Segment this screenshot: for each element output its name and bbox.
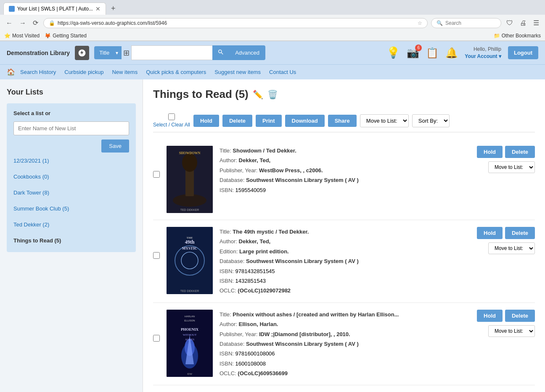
sidebar-list-item-4[interactable]: Summer Book Club (5) bbox=[13, 204, 129, 213]
sidebar-section: Select a list or Save 12/23/2021 (1) Coo… bbox=[7, 103, 136, 252]
search-input-wrapper: Advanced bbox=[131, 45, 265, 60]
reload-button[interactable]: ⟳ bbox=[31, 17, 40, 29]
book-3-action-buttons: Hold Delete bbox=[477, 310, 535, 322]
book-2-oclc-value: (OCoLC)1029072982 bbox=[238, 287, 291, 294]
camera-icon-button[interactable]: 📷 6 bbox=[407, 47, 419, 59]
print-button[interactable]: Print bbox=[256, 115, 282, 127]
edit-title-icon[interactable]: ✏️ bbox=[253, 89, 263, 100]
delete-all-button[interactable]: Delete bbox=[222, 115, 252, 127]
nav-new-items[interactable]: New items bbox=[108, 67, 141, 77]
book-2-delete-button[interactable]: Delete bbox=[505, 227, 535, 239]
select-clear-all[interactable]: Select / Clear All bbox=[153, 113, 190, 128]
sidebar-list-item-6[interactable]: Things to Read (5) bbox=[13, 236, 129, 245]
sidebar-list-item-1[interactable]: 12/23/2021 (1) bbox=[13, 156, 129, 166]
sidebar-lists: 12/23/2021 (1) Cookbooks (0) Dark Tower … bbox=[13, 153, 129, 245]
svg-text:WITHOUT: WITHOUT bbox=[183, 333, 197, 337]
most-visited-bookmark[interactable]: ⭐ Most Visited bbox=[4, 33, 40, 39]
book-2-action-buttons: Hold Delete bbox=[477, 227, 535, 239]
tab-close-button[interactable]: ✕ bbox=[95, 5, 101, 12]
move-to-list-select[interactable]: Move to List: bbox=[360, 114, 409, 127]
book-3-hold-button[interactable]: Hold bbox=[477, 310, 503, 322]
user-account-section[interactable]: Hello, Phillip Your Account ▾ bbox=[465, 46, 501, 60]
new-tab-button[interactable]: + bbox=[108, 3, 119, 15]
logout-button[interactable]: Logout bbox=[508, 46, 538, 59]
database-stack-icon[interactable]: ⊞ bbox=[123, 48, 130, 58]
list-icon-button[interactable]: 📋 bbox=[426, 47, 439, 59]
url-input[interactable] bbox=[58, 20, 415, 26]
nav-contact-us[interactable]: Contact Us bbox=[266, 67, 299, 77]
delete-title-icon[interactable]: 🗑️ bbox=[267, 89, 278, 100]
lightbulb-icon-button[interactable]: 💡 bbox=[386, 46, 400, 59]
download-button[interactable]: Download bbox=[285, 115, 325, 127]
book-1-isbn: ISBN: 1595540059 bbox=[220, 185, 470, 195]
book-1-hold-button[interactable]: Hold bbox=[477, 146, 503, 158]
book-3-isbn1: ISBN: 9781600108006 bbox=[220, 349, 470, 358]
book-1-checkbox[interactable] bbox=[153, 171, 160, 178]
book-2-isbn2-value: 1432851543 bbox=[235, 278, 266, 284]
sidebar-list-item-2[interactable]: Cookbooks (0) bbox=[13, 172, 129, 182]
book-1-move-select[interactable]: Move to List: bbox=[488, 161, 535, 173]
book-item-1: SHOWDOWN TED DEKKER Title: Showdown / Te… bbox=[153, 139, 535, 220]
sidebar-list-item-3[interactable]: Dark Tower (8) bbox=[13, 188, 129, 197]
nav-quick-picks[interactable]: Quick picks & computers bbox=[143, 67, 209, 77]
svg-text:TED DEKKER: TED DEKKER bbox=[180, 208, 199, 211]
back-button[interactable]: ← bbox=[4, 18, 14, 29]
search-text-input[interactable] bbox=[131, 45, 212, 60]
mystic-cover-art: THE 49th MYSTIC TED DEKKER bbox=[167, 227, 213, 294]
active-tab[interactable]: Your List | SWLS | PLATT | Auto... ✕ bbox=[3, 3, 106, 15]
nav-search-history[interactable]: Search History bbox=[17, 67, 59, 77]
sort-by-select[interactable]: Sort By: bbox=[412, 114, 450, 127]
svg-text:IDW: IDW bbox=[187, 373, 192, 375]
book-1-author: Author: Dekker, Ted, bbox=[220, 155, 470, 165]
other-bookmarks[interactable]: 📁 Other Bookmarks bbox=[494, 33, 541, 39]
book-2-author: Author: Dekker, Ted, bbox=[220, 237, 470, 246]
getting-started-bookmark[interactable]: 🦊 Getting Started bbox=[45, 33, 87, 39]
share-button[interactable]: Share bbox=[328, 115, 357, 127]
search-icon: 🔍 bbox=[437, 20, 443, 26]
book-1-database: Database: Southwest Wisconsin Library Sy… bbox=[220, 175, 470, 185]
save-list-button[interactable]: Save bbox=[101, 139, 129, 153]
sidebar-list-item-5[interactable]: Ted Dekker (2) bbox=[13, 220, 129, 229]
sidebar: Your Lists Select a list or Save 12/23/2… bbox=[0, 79, 143, 392]
book-2-move-select[interactable]: Move to List: bbox=[488, 242, 535, 254]
bell-icon-button[interactable]: 🔔 bbox=[445, 47, 458, 59]
nav-suggest-new-items[interactable]: Suggest new items bbox=[211, 67, 264, 77]
search-type-select[interactable]: Title bbox=[94, 46, 122, 59]
search-logo-button[interactable] bbox=[75, 46, 89, 60]
app-header: Demonstration Library Title ⊞ Advanced 💡… bbox=[0, 41, 545, 64]
app-nav: 🏠 Search History Curbside pickup New ite… bbox=[0, 64, 545, 79]
browser-search-box[interactable]: 🔍 bbox=[431, 18, 501, 28]
home-icon[interactable]: 🏠 bbox=[7, 68, 15, 76]
nav-curbside-pickup[interactable]: Curbside pickup bbox=[61, 67, 107, 77]
svg-point-3 bbox=[182, 153, 197, 172]
new-list-input[interactable] bbox=[13, 121, 129, 135]
book-1-delete-button[interactable]: Delete bbox=[505, 146, 535, 158]
menu-button[interactable]: ☰ bbox=[532, 17, 541, 29]
book-3-checkbox[interactable] bbox=[153, 335, 160, 342]
search-type-wrapper: Title bbox=[94, 46, 122, 59]
book-2-checkbox[interactable] bbox=[153, 252, 160, 259]
book-3-isbn2-value: 1600108008 bbox=[235, 360, 266, 367]
magnifier-icon bbox=[217, 49, 224, 55]
book-2-hold-button[interactable]: Hold bbox=[477, 227, 503, 239]
forward-button[interactable]: → bbox=[18, 18, 28, 29]
user-account-link[interactable]: Your Account ▾ bbox=[465, 53, 501, 60]
extensions-button[interactable]: 🛡 bbox=[505, 18, 515, 29]
hold-all-button[interactable]: Hold bbox=[193, 115, 219, 127]
book-3-isbn1-value: 9781600108006 bbox=[235, 350, 275, 357]
book-1-title-value: Showdown / Ted Dekker. bbox=[233, 147, 296, 154]
star-icon[interactable]: ☆ bbox=[418, 20, 422, 26]
search-go-button[interactable] bbox=[212, 45, 229, 60]
select-all-checkbox[interactable] bbox=[168, 113, 175, 120]
browser-search-input[interactable] bbox=[445, 20, 496, 26]
tab-title: Your List | SWLS | PLATT | Auto... bbox=[17, 6, 93, 12]
book-2-oclc: OCLC: (OCoLC)1029072982 bbox=[220, 286, 470, 295]
print-button[interactable]: 🖨 bbox=[518, 18, 528, 29]
book-2-edition: Edition: Large print edition. bbox=[220, 247, 470, 256]
url-bar[interactable]: 🔒 ☆ bbox=[43, 18, 428, 28]
book-3-database: Database: Southwest Wisconsin Library Sy… bbox=[220, 339, 470, 349]
book-3-move-select[interactable]: Move to List: bbox=[488, 325, 535, 337]
advanced-search-button[interactable]: Advanced bbox=[229, 45, 265, 60]
book-3-delete-button[interactable]: Delete bbox=[505, 310, 535, 322]
main-area: Things to Read (5) ✏️ 🗑️ Select / Clear … bbox=[143, 79, 545, 392]
